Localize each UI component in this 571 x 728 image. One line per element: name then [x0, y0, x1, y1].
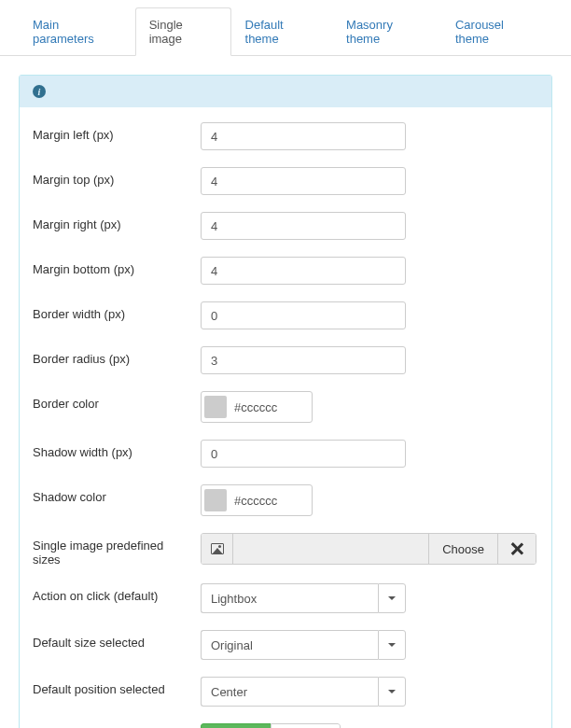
image-icon	[202, 534, 233, 564]
margin-top-label: Margin top (px)	[33, 167, 201, 187]
settings-panel: i Margin left (px) Margin top (px) Margi…	[19, 75, 552, 728]
default-size-select[interactable]: Original	[201, 630, 406, 660]
predefined-sizes-value	[233, 534, 429, 564]
border-color-swatch	[204, 396, 227, 418]
shadow-color-swatch	[204, 489, 227, 511]
border-width-input[interactable]	[201, 301, 406, 329]
image-preview-toggle: Yes No	[201, 723, 341, 728]
default-position-label: Default position selected	[33, 677, 201, 696]
predefined-sizes-label: Single image predefined sizes	[33, 533, 201, 567]
tab-masonry-theme[interactable]: Masonry theme	[332, 7, 441, 56]
info-bar: i	[20, 76, 551, 107]
image-preview-no[interactable]: No	[271, 723, 341, 728]
chevron-down-icon	[378, 630, 406, 660]
chevron-down-icon	[378, 583, 406, 613]
tab-single-image[interactable]: Single image	[135, 7, 231, 56]
shadow-color-value: #cccccc	[234, 494, 277, 508]
predefined-sizes-picker: Choose	[201, 533, 536, 565]
default-size-label: Default size selected	[33, 630, 201, 650]
default-position-select[interactable]: Center	[201, 677, 406, 707]
border-color-label: Border color	[33, 391, 201, 411]
tab-carousel-theme[interactable]: Carousel theme	[441, 7, 552, 56]
settings-form: Margin left (px) Margin top (px) Margin …	[20, 107, 551, 728]
action-on-click-label: Action on click (default)	[33, 583, 201, 603]
border-color-input[interactable]: #cccccc	[201, 391, 313, 423]
margin-left-label: Margin left (px)	[33, 122, 201, 142]
chevron-down-icon	[378, 677, 406, 707]
tab-main-parameters[interactable]: Main parameters	[19, 7, 135, 56]
border-radius-input[interactable]	[201, 346, 406, 374]
shadow-color-label: Shadow color	[33, 484, 201, 504]
action-on-click-value: Lightbox	[201, 583, 378, 613]
margin-bottom-label: Margin bottom (px)	[33, 257, 201, 276]
tab-default-theme[interactable]: Default theme	[231, 7, 333, 56]
shadow-width-input[interactable]	[201, 440, 406, 468]
margin-bottom-input[interactable]	[201, 257, 406, 285]
border-radius-label: Border radius (px)	[33, 346, 201, 366]
shadow-color-input[interactable]: #cccccc	[201, 484, 313, 516]
image-preview-label: Image preview	[33, 723, 201, 728]
margin-right-label: Margin right (px)	[33, 212, 201, 231]
margin-right-input[interactable]	[201, 212, 406, 240]
margin-left-input[interactable]	[201, 122, 406, 150]
choose-button[interactable]: Choose	[429, 534, 498, 564]
info-icon: i	[33, 85, 46, 98]
default-position-value: Center	[201, 677, 378, 707]
clear-button[interactable]	[498, 534, 536, 564]
tabs-bar: Main parameters Single image Default the…	[0, 7, 571, 56]
close-icon	[510, 542, 523, 555]
border-color-value: #cccccc	[234, 400, 277, 414]
shadow-width-label: Shadow width (px)	[33, 440, 201, 459]
default-size-value: Original	[201, 630, 378, 660]
action-on-click-select[interactable]: Lightbox	[201, 583, 406, 613]
margin-top-input[interactable]	[201, 167, 406, 195]
border-width-label: Border width (px)	[33, 301, 201, 321]
image-preview-yes[interactable]: Yes	[201, 723, 271, 728]
